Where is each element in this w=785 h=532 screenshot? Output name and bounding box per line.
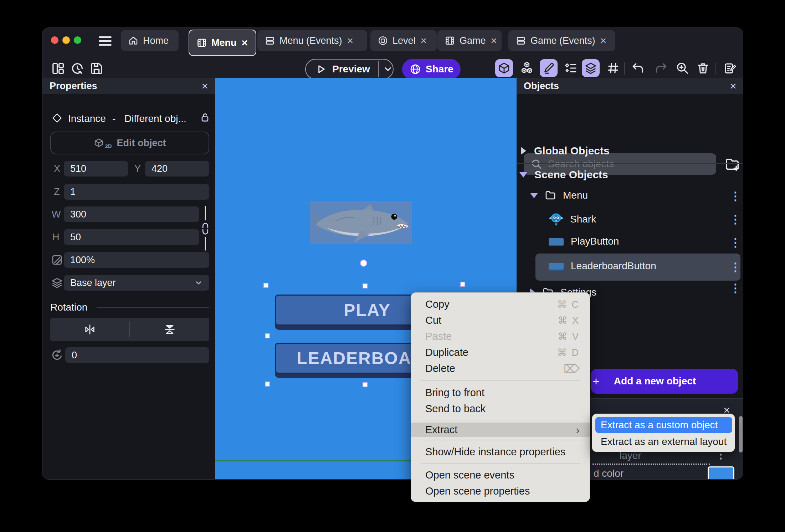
tree-item-shark[interactable]: Shark (549, 213, 596, 226)
tree-folder-menu[interactable]: Menu (530, 189, 588, 201)
share-label: Share (426, 63, 453, 75)
menu-item-delete[interactable]: Delete ⌦ (411, 360, 590, 377)
search-objects-input[interactable] (548, 158, 716, 170)
edit-object-button[interactable]: 2D Edit object (50, 132, 209, 154)
tree-item-label: LeaderboardButton (571, 260, 656, 272)
tab-game-events[interactable]: Game (Events) × (508, 30, 615, 51)
close-icon[interactable]: × (730, 80, 737, 92)
tree-folder-label: Menu (563, 190, 588, 201)
menu-item-bring-to-front[interactable]: Bring to front (411, 385, 590, 401)
delete-button[interactable] (694, 59, 712, 77)
menu-item-copy[interactable]: Copy ⌘ C (411, 296, 590, 312)
share-button[interactable]: Share (402, 59, 461, 80)
maximize-window-button[interactable] (74, 36, 81, 44)
tab-menu-events[interactable]: Menu (Events) × (257, 30, 367, 51)
menu-item-duplicate[interactable]: Duplicate ⌘ D (411, 344, 590, 360)
add-folder-icon[interactable] (724, 156, 740, 173)
flip-vertical-button[interactable] (130, 318, 209, 341)
instance-diamond-icon (52, 113, 62, 123)
tab-level[interactable]: Level × (370, 30, 437, 51)
add-new-object-button[interactable]: + Add a new object (591, 369, 738, 394)
global-objects-label: Global Objects (534, 145, 610, 157)
tab-label: Home (143, 35, 169, 46)
objects-cubes-button[interactable] (518, 59, 536, 77)
tab-label: Game (460, 35, 486, 46)
scene-objects-row[interactable]: Scene Objects (519, 169, 608, 181)
shortcut: ⌘ C (557, 299, 580, 310)
instances-list-button[interactable] (562, 59, 580, 77)
shortcut: ⌘ D (557, 347, 580, 358)
kebab-menu-icon[interactable]: ⋮ (730, 284, 741, 293)
tab-game[interactable]: Game × (437, 30, 502, 51)
layers-panel-button[interactable] (582, 59, 600, 77)
edit-mode-button[interactable] (540, 59, 558, 77)
menu-item-send-to-back[interactable]: Send to back (411, 401, 590, 417)
close-icon[interactable]: × (347, 35, 354, 46)
menu-item-paste[interactable]: Paste ⌘ V (411, 328, 590, 344)
redo-icon (654, 61, 668, 75)
flip-horizontal-button[interactable] (50, 318, 129, 341)
submenu-item-extract-external-layout[interactable]: Extract as an external layout (595, 434, 732, 449)
close-icon[interactable]: × (600, 35, 607, 46)
link-wh-icon[interactable] (201, 205, 209, 251)
selection-handle[interactable] (265, 333, 270, 338)
menu-item-show-hide-instance-properties[interactable]: Show/Hide instance properties (411, 444, 590, 460)
kebab-menu-icon[interactable]: ⋮ (730, 215, 741, 224)
kebab-menu-icon[interactable]: ⋮ (730, 192, 741, 201)
shark-thumbnail-icon (549, 213, 564, 226)
opacity-field[interactable] (64, 252, 209, 268)
tree-item-playbutton[interactable]: PlayButton (549, 236, 619, 247)
preview-button[interactable]: Preview (305, 59, 394, 80)
shark-sprite[interactable] (310, 201, 412, 244)
scrollbar-thumb[interactable] (739, 416, 743, 452)
close-icon[interactable]: × (201, 80, 208, 92)
chevron-down-icon[interactable] (383, 64, 393, 75)
extract-submenu: Extract as a custom object Extract as an… (592, 414, 735, 452)
unlock-icon[interactable] (199, 111, 211, 123)
close-icon[interactable]: × (241, 37, 249, 48)
y-field[interactable] (145, 161, 209, 177)
w-field[interactable] (64, 206, 199, 222)
redo-button[interactable] (652, 59, 670, 77)
selection-handle[interactable] (363, 283, 368, 288)
selection-handle[interactable] (460, 282, 465, 287)
undo-icon (631, 61, 645, 75)
submenu-item-extract-custom-object[interactable]: Extract as a custom object (595, 417, 732, 433)
menu-item-open-scene-properties[interactable]: Open scene properties (411, 483, 590, 499)
instance-object-name: Different obj... (124, 113, 186, 124)
menu-item-extract[interactable]: Extract › (411, 423, 590, 437)
selection-handle[interactable] (263, 283, 268, 288)
close-icon[interactable]: × (490, 35, 498, 46)
main-menu-icon[interactable] (99, 36, 112, 46)
h-field[interactable] (64, 229, 199, 245)
history-icon[interactable] (70, 61, 84, 76)
preview-label: Preview (332, 63, 370, 75)
zoom-button[interactable] (673, 59, 691, 77)
tab-menu[interactable]: Menu × (189, 30, 256, 56)
rotate-handle[interactable] (360, 260, 367, 267)
minimize-window-button[interactable] (62, 36, 70, 44)
selection-handle[interactable] (363, 382, 368, 387)
panels-layout-icon[interactable] (51, 61, 65, 76)
z-field[interactable] (64, 184, 209, 200)
3d-mode-button[interactable] (495, 59, 513, 77)
grid-button[interactable] (604, 59, 622, 77)
release-notes-button[interactable] (721, 59, 739, 77)
menu-item-open-scene-events[interactable]: Open scene events (411, 467, 590, 483)
undo-button[interactable] (629, 59, 647, 77)
close-window-button[interactable] (51, 36, 58, 44)
tab-home[interactable]: Home (121, 30, 179, 51)
menu-item-cut[interactable]: Cut ⌘ X (411, 312, 590, 328)
global-objects-row[interactable]: Global Objects (521, 145, 610, 157)
kebab-menu-icon[interactable]: ⋮ (730, 263, 741, 272)
home-icon (128, 35, 139, 46)
close-icon[interactable]: × (420, 35, 428, 46)
kebab-menu-icon[interactable]: ⋮ (730, 238, 741, 247)
rotation-field[interactable] (65, 347, 209, 363)
color-swatch[interactable] (708, 466, 734, 480)
selection-handle[interactable] (265, 382, 270, 387)
save-icon[interactable] (89, 61, 104, 76)
layer-select[interactable]: Base layer (64, 275, 209, 291)
x-field[interactable] (64, 161, 128, 177)
tree-item-leaderboardbutton[interactable]: LeaderboardButton (549, 260, 656, 272)
